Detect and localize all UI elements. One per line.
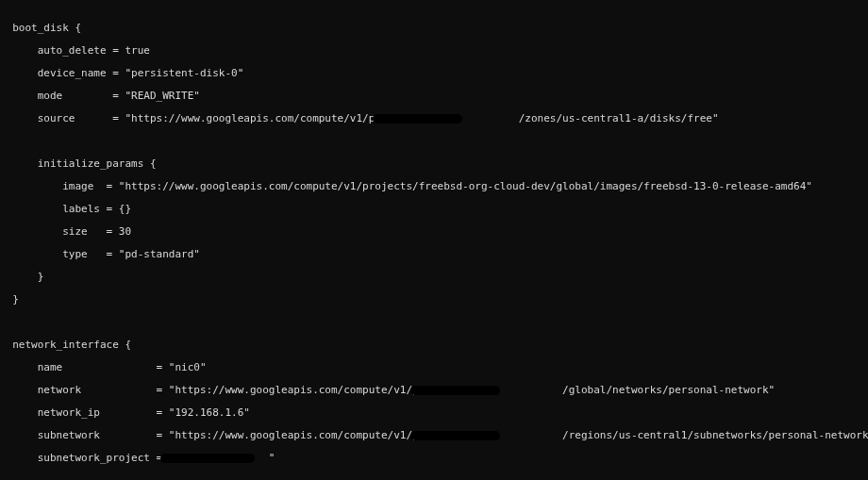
redaction-bar	[410, 431, 500, 440]
redaction-bar	[410, 386, 500, 395]
terraform-code-block: boot_disk { auto_delete = true device_na…	[0, 0, 868, 480]
code-line: subnetwork_project = " "	[0, 453, 868, 464]
code-line: subnetwork = "https://www.googleapis.com…	[0, 430, 868, 441]
code-line: source = "https://www.googleapis.com/com…	[0, 113, 868, 124]
code-line	[0, 317, 868, 328]
redaction-bar	[160, 454, 255, 463]
code-line: network_interface {	[0, 339, 868, 351]
code-line: device_name = "persistent-disk-0"	[0, 68, 868, 79]
code-line: initialize_params {	[0, 158, 868, 170]
code-line	[0, 475, 868, 480]
code-line	[0, 136, 868, 147]
code-line: image = "https://www.googleapis.com/comp…	[0, 181, 868, 192]
code-line: size = 30	[0, 226, 868, 238]
code-line: name = "nic0"	[0, 362, 868, 373]
code-line: boot_disk {	[0, 23, 868, 34]
code-line: network = "https://www.googleapis.com/co…	[0, 385, 868, 396]
code-line: auto_delete = true	[0, 45, 868, 57]
code-line: }	[0, 272, 868, 283]
redaction-bar	[373, 114, 462, 124]
code-line	[0, 0, 868, 11]
code-line: }	[0, 294, 868, 306]
code-line: type = "pd-standard"	[0, 249, 868, 260]
code-line: mode = "READ_WRITE"	[0, 91, 868, 102]
code-line: network_ip = "192.168.1.6"	[0, 407, 868, 419]
code-line: labels = {}	[0, 204, 868, 215]
